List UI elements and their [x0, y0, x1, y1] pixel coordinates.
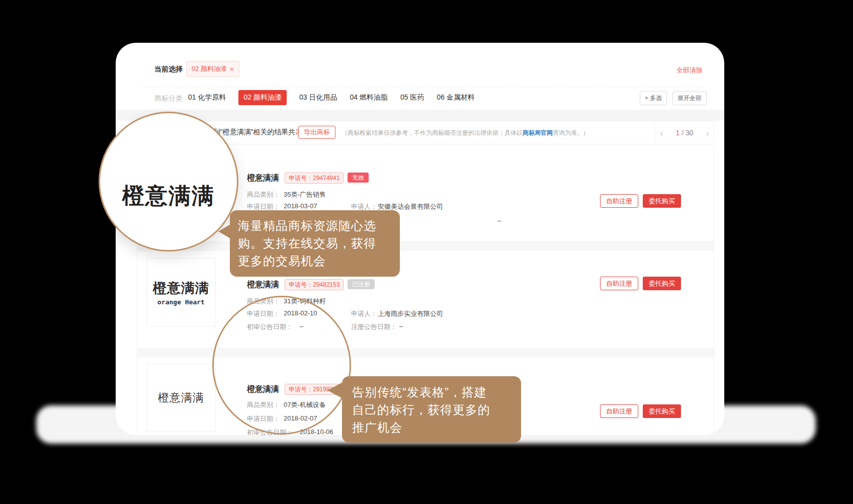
applicant-value: 上海雨步实业有限公司 [378, 309, 443, 318]
disclaimer-pre: （商标检索结果仅供参考，不作为商标能否注册的法律依据；具体以 [342, 129, 523, 136]
tag-close-icon[interactable]: × [230, 65, 234, 73]
category-tab-03[interactable]: 03 日化用品 [299, 93, 337, 102]
category-tab-06[interactable]: 06 金属材料 [437, 93, 474, 102]
reg-pub-label: 注册公告日期： [351, 322, 397, 331]
app-no-value: 29482153 [313, 281, 339, 288]
pagination: ‹ 1 / 30 › [655, 121, 714, 144]
page-indicator: 1 / 30 [675, 129, 693, 137]
entrust-buy-button[interactable]: 委托购买 [643, 194, 681, 208]
applicant-label: 申请人： [351, 309, 377, 318]
application-number-badge: 申请号：29482153 [285, 279, 344, 290]
application-number-badge: 申请号：29474941 [285, 173, 344, 184]
selected-filter-tag-text: 02 颜料油漆 [192, 64, 227, 73]
clear-all-button[interactable]: 全部清除 [676, 66, 703, 75]
trademark-office-link[interactable]: 商标局官网 [523, 129, 553, 136]
self-register-button[interactable]: 自助注册 [600, 194, 638, 208]
trademark-thumbnail-2[interactable]: 橙意满满 orange Heart [146, 258, 216, 326]
tooltip-line: 推广机会 [352, 418, 521, 436]
app-no-value: 29474941 [313, 175, 339, 182]
multi-select-button[interactable]: + 多选 [640, 91, 667, 105]
category-tab-02-active[interactable]: 02 颜料油漆 [238, 90, 286, 105]
extra-dash-value: – [497, 217, 501, 224]
app-no-label: 申请号： [289, 281, 313, 289]
current-selection-label: 当前选择 [154, 65, 183, 74]
self-register-button[interactable]: 自助注册 [600, 404, 638, 418]
reg-pub-value: – [399, 322, 403, 330]
app-date-value: 2018-03-07 [284, 202, 317, 210]
dashed-divider [143, 87, 703, 87]
page-next-icon[interactable]: › [706, 128, 709, 138]
category-tab-05[interactable]: 05 医药 [400, 93, 424, 102]
status-badge-invalid: 无效 [348, 173, 369, 183]
self-register-button[interactable]: 自助注册 [600, 277, 638, 290]
trademark-name: 橙意满满 [247, 173, 279, 184]
row-separator [137, 241, 714, 251]
tooltip-line: 告别传统“发表格”，搭建 [352, 383, 521, 401]
section-gap [116, 110, 724, 121]
tooltip-line: 购。支持在线交易，获得 [238, 234, 400, 252]
tooltip-line: 海量精品商标资源随心选 [238, 217, 400, 234]
category-tab-04[interactable]: 04 燃料油脂 [350, 93, 387, 102]
selected-filter-tag[interactable]: 02 颜料油漆 × [186, 61, 239, 77]
category-field-label: 商品类别： [247, 190, 280, 199]
tooltip-marketplace: 海量精品商标资源随心选 购。支持在线交易，获得 更多的交易机会 [230, 210, 400, 277]
magnifier-lens-small [212, 296, 351, 435]
status-badge-registered: 已注册 [348, 279, 375, 289]
export-trademarks-button[interactable]: 导出商标 [298, 126, 335, 139]
thumbnail-cn-text: 橙意满满 [153, 279, 209, 297]
category-tab-01[interactable]: 01 化学原料 [188, 93, 226, 102]
tooltip-line: 自己的标行，获得更多的 [352, 401, 521, 418]
app-no-label: 申请号： [289, 174, 313, 183]
disclaimer-text: （商标检索结果仅供参考，不作为商标能否注册的法律依据；具体以商标局官网查询为准。… [342, 129, 589, 137]
expand-all-button[interactable]: 展开全部 [672, 91, 707, 105]
tooltip-arrow-left-icon [327, 382, 343, 398]
disclaimer-post: 查询为准。） [553, 129, 589, 136]
category-bar-label: 商标分类 [154, 94, 183, 103]
tooltip-line: 更多的交易机会 [238, 252, 400, 270]
category-tabs: 01 化学原料 02 颜料油漆 03 日化用品 04 燃料油脂 05 医药 06… [188, 90, 475, 105]
category-field-value: 35类-广告销售 [284, 190, 326, 199]
entrust-buy-button[interactable]: 委托购买 [643, 277, 681, 290]
thumbnail-cn-text: 橙意满满 [158, 390, 204, 405]
tooltip-promotion: 告别传统“发表格”，搭建 自己的标行，获得更多的 推广机会 [342, 376, 521, 443]
trademark-thumbnail-3[interactable]: 橙意满满 [146, 364, 216, 432]
trademark-name: 橙意满满 [247, 280, 279, 290]
thumbnail-en-text: orange Heart [157, 298, 205, 306]
stage: 当前选择 02 颜料油漆 × 全部清除 商标分类 01 化学原料 02 颜料油漆… [0, 0, 853, 504]
page-total: 30 [686, 129, 694, 137]
entrust-buy-button[interactable]: 委托购买 [643, 404, 681, 418]
tooltip-arrow-left-icon [218, 224, 230, 238]
magnifier-lens-large: 橙意满满 [99, 112, 238, 251]
lens-trademark-text: 橙意满满 [122, 181, 215, 211]
page-separator: / [679, 129, 686, 137]
page-prev-icon[interactable]: ‹ [660, 128, 663, 138]
